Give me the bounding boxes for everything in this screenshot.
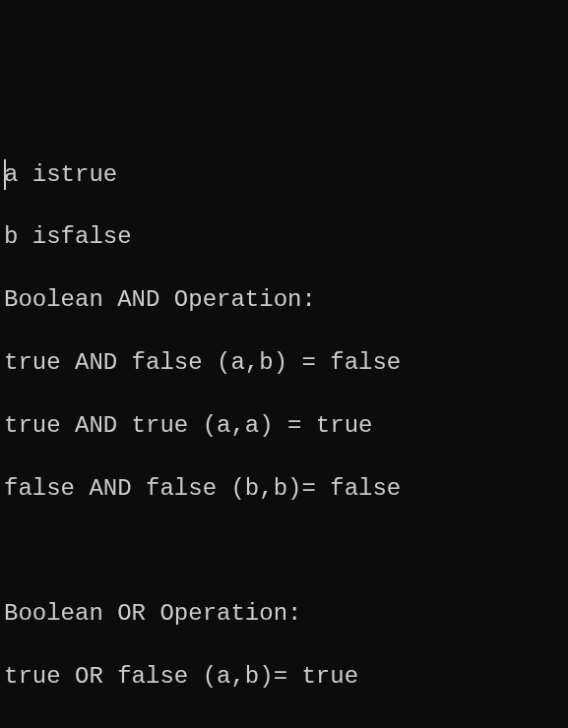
output-line: true AND false (a,b) = false (4, 347, 564, 379)
output-line: Boolean AND Operation: (4, 284, 564, 316)
output-line (4, 535, 564, 567)
output-line: true OR false (a,b)= true (4, 661, 564, 693)
output-line: a istrue (4, 159, 564, 191)
terminal-output: a istrue b isfalse Boolean AND Operation… (4, 128, 564, 728)
output-line: true OR true (a,a)= true (4, 724, 564, 728)
output-line: true AND true (a,a) = true (4, 410, 564, 442)
output-line: b isfalse (4, 221, 564, 253)
output-line: false AND false (b,b)= false (4, 473, 564, 505)
output-line: Boolean OR Operation: (4, 598, 564, 630)
